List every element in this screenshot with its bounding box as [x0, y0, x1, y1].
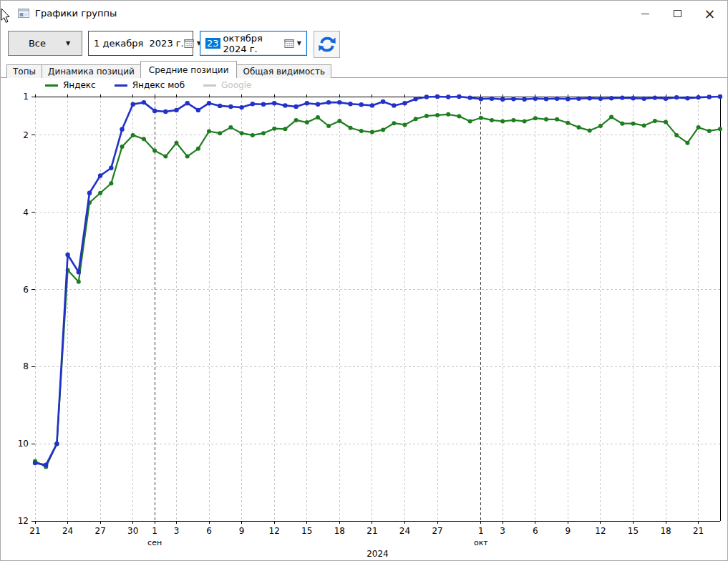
group-filter-value: Все: [9, 38, 66, 49]
data-point: [697, 125, 701, 130]
legend-swatch: [45, 84, 58, 87]
data-point: [609, 96, 613, 100]
data-point: [207, 101, 211, 105]
tab-average-positions[interactable]: Средние позиции: [140, 61, 238, 78]
data-point: [457, 114, 461, 119]
svg-text:15: 15: [301, 526, 312, 536]
date-to-picker[interactable]: 23 октября 2024 г. ▼: [200, 31, 307, 56]
data-point: [326, 100, 331, 104]
data-point: [283, 127, 287, 131]
legend-item[interactable]: Яндекс: [45, 80, 96, 90]
svg-text:6: 6: [206, 526, 212, 536]
data-point: [185, 155, 190, 159]
minimize-button[interactable]: [629, 1, 661, 26]
svg-text:21: 21: [367, 526, 377, 536]
data-point: [98, 191, 102, 195]
data-point: [588, 96, 592, 100]
calendar-icon[interactable]: [184, 39, 195, 49]
data-point: [120, 127, 124, 132]
group-filter-select[interactable]: Все ▼: [8, 31, 82, 56]
data-point: [381, 99, 385, 104]
calendar-icon[interactable]: [284, 39, 295, 49]
legend-label: Google: [221, 80, 251, 90]
data-point: [490, 97, 494, 101]
data-point: [65, 253, 69, 257]
data-point: [642, 123, 646, 127]
legend-swatch: [115, 84, 127, 87]
data-point: [609, 115, 613, 119]
data-point: [152, 109, 157, 113]
data-point: [370, 103, 374, 107]
data-point: [588, 128, 592, 132]
close-button[interactable]: ×: [694, 1, 726, 26]
data-point: [620, 122, 624, 126]
legend-item[interactable]: Яндекс моб: [115, 80, 185, 90]
data-point: [163, 155, 168, 159]
series-yandex-mobile: [33, 94, 722, 467]
refresh-button[interactable]: [314, 31, 340, 58]
svg-text:9: 9: [239, 526, 245, 536]
data-point: [33, 461, 37, 465]
data-point: [185, 101, 190, 105]
data-point: [566, 121, 570, 125]
data-point: [392, 103, 396, 107]
svg-text:8: 8: [23, 361, 29, 371]
data-point: [326, 124, 331, 128]
data-point: [511, 118, 515, 122]
data-point: [468, 119, 472, 124]
data-point: [207, 130, 211, 134]
data-point: [175, 141, 179, 145]
data-point: [424, 94, 429, 99]
data-point: [381, 127, 385, 132]
data-point: [109, 181, 113, 185]
legend-item[interactable]: Google: [203, 80, 251, 90]
tabstrip: Топы Динамика позиций Средние позиции Об…: [6, 61, 331, 78]
data-point: [316, 102, 320, 107]
svg-text:окт: окт: [474, 538, 488, 547]
data-point: [305, 101, 309, 105]
data-point: [424, 114, 429, 118]
data-point: [511, 97, 515, 101]
tab-overall-visibility[interactable]: Общая видимость: [236, 64, 331, 78]
data-point: [293, 104, 298, 109]
svg-text:12: 12: [269, 526, 280, 536]
svg-text:21: 21: [29, 526, 40, 536]
data-point: [457, 94, 461, 99]
date-to-selected-day[interactable]: 23: [205, 38, 220, 49]
data-point: [218, 104, 222, 108]
data-point: [533, 97, 538, 101]
data-point: [131, 102, 135, 107]
data-point: [718, 94, 722, 99]
svg-text:12: 12: [595, 526, 606, 536]
data-point: [533, 116, 538, 120]
svg-text:27: 27: [432, 526, 442, 536]
tab-tops[interactable]: Топы: [6, 64, 42, 78]
data-point: [664, 97, 668, 101]
date-from-picker[interactable]: 1 декабря 2023 г. ▼: [88, 31, 193, 56]
data-point: [272, 127, 276, 131]
svg-text:3: 3: [500, 526, 505, 536]
data-point: [218, 131, 222, 135]
data-point: [131, 133, 135, 137]
svg-text:24: 24: [399, 526, 410, 536]
data-point: [479, 97, 483, 101]
svg-text:12: 12: [18, 516, 29, 526]
svg-text:15: 15: [628, 526, 639, 536]
data-point: [44, 463, 48, 467]
maximize-button[interactable]: [661, 1, 694, 26]
chevron-down-icon: ▼: [66, 40, 82, 47]
svg-text:21: 21: [693, 526, 704, 536]
data-point: [674, 95, 679, 99]
data-point: [337, 119, 341, 123]
svg-text:сен: сен: [147, 538, 162, 547]
minimize-icon: [641, 14, 649, 14]
svg-text:1: 1: [23, 92, 29, 102]
svg-text:6: 6: [533, 526, 538, 536]
data-point: [577, 125, 581, 130]
data-point: [479, 116, 483, 120]
chevron-down-icon[interactable]: ▼: [297, 40, 301, 47]
tab-position-dynamics[interactable]: Динамика позиций: [42, 64, 141, 78]
data-point: [653, 119, 657, 123]
close-icon: ×: [704, 7, 716, 21]
data-point: [674, 133, 679, 137]
